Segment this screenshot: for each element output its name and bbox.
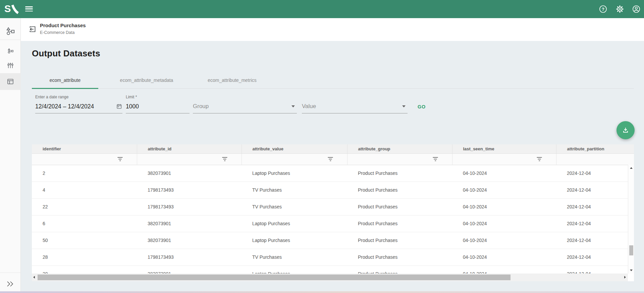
main-content: Output Datasets ecom_attribute ecom_attr…	[21, 41, 644, 293]
sidebar-item-datasets[interactable]	[0, 78, 21, 86]
window-bottom-edge	[0, 291, 644, 293]
filter-icon[interactable]	[222, 157, 227, 161]
column-header-attribute-partition[interactable]: attribute_partition	[556, 144, 634, 153]
scroll-up-arrow-icon[interactable]	[630, 167, 633, 169]
table-body: 2 382073901 Laptop Purchases Product Pur…	[32, 165, 634, 281]
vertical-scrollbar-thumb[interactable]	[629, 245, 633, 255]
menu-icon[interactable]	[25, 6, 33, 12]
breadcrumb-bar: Product Purchases E-Commerce Data	[21, 18, 644, 41]
group-select-placeholder: Group	[193, 103, 291, 110]
expand-sidebar-button[interactable]	[0, 277, 21, 291]
column-header-attribute-id[interactable]: attribute_id	[137, 144, 241, 153]
app-logo[interactable]: S	[4, 3, 19, 14]
tab-ecom-attribute[interactable]: ecom_attribute	[32, 72, 98, 89]
page-title: Output Datasets	[32, 48, 100, 59]
date-range-field[interactable]: Enter a date range	[35, 95, 122, 113]
calendar-icon[interactable]	[116, 103, 122, 110]
sliders-tune-icon	[6, 61, 14, 69]
group-select[interactable]: Group	[193, 95, 297, 113]
logo-slash-icon	[11, 4, 19, 14]
limit-label: Limit *	[126, 95, 190, 100]
column-header-attribute-group[interactable]: attribute_group	[347, 144, 452, 153]
double-chevron-right-icon	[6, 281, 15, 287]
help-icon[interactable]: ?	[599, 5, 607, 13]
table-filter-row	[32, 153, 634, 165]
limit-input[interactable]	[126, 103, 190, 110]
go-button[interactable]: GO	[415, 102, 428, 111]
table-row[interactable]: 2 382073901 Laptop Purchases Product Pur…	[32, 165, 634, 182]
filter-icon[interactable]	[537, 157, 542, 161]
table-header-row: identifier attribute_id attribute_value …	[32, 144, 634, 153]
breadcrumb-title[interactable]: Product Purchases	[40, 22, 86, 28]
svg-text:?: ?	[602, 7, 604, 12]
value-select[interactable]: Value	[302, 95, 408, 113]
tab-ecom-attribute-metadata[interactable]: ecom_attribute_metadata	[108, 72, 185, 89]
output-dataset-table: identifier attribute_id attribute_value …	[32, 144, 634, 281]
date-range-label: Enter a date range	[35, 95, 122, 100]
download-icon	[622, 126, 630, 134]
filter-icon[interactable]	[118, 157, 123, 161]
tab-ecom-attribute-metrics[interactable]: ecom_attribute_metrics	[196, 72, 268, 89]
settings-gear-icon[interactable]	[616, 5, 624, 13]
filter-icon[interactable]	[433, 157, 438, 161]
column-header-last-seen-time[interactable]: last_seen_time	[452, 144, 556, 153]
download-fab-button[interactable]	[616, 121, 635, 139]
sidebar-divider	[0, 40, 21, 40]
table-row[interactable]: 28 1798173493 TV Purchases Product Purch…	[32, 249, 634, 265]
app-window: S ?	[0, 0, 644, 293]
table-row[interactable]: 4 1798173493 TV Purchases Product Purcha…	[32, 182, 634, 198]
sidebar-item-workflows[interactable]	[0, 47, 21, 55]
limit-field[interactable]: Limit *	[126, 95, 190, 113]
account-icon[interactable]	[632, 5, 640, 13]
sidebar-item-parameters[interactable]	[0, 61, 21, 69]
chevron-down-icon[interactable]	[402, 105, 406, 107]
date-range-input[interactable]	[35, 103, 116, 110]
active-tab-indicator	[32, 88, 98, 89]
horizontal-scrollbar-thumb[interactable]	[38, 275, 511, 280]
sidebar-item-pipelines[interactable]	[0, 26, 21, 36]
left-sidebar	[0, 18, 21, 293]
workflow-flow-icon	[6, 47, 14, 55]
top-app-bar: S ?	[0, 0, 644, 18]
column-header-identifier[interactable]: identifier	[32, 144, 137, 153]
scroll-right-arrow-icon[interactable]	[624, 276, 626, 279]
table-grid-icon	[6, 78, 14, 86]
horizontal-scrollbar[interactable]	[32, 274, 628, 281]
scroll-left-arrow-icon[interactable]	[33, 276, 35, 279]
value-select-placeholder: Value	[302, 103, 402, 110]
table-row[interactable]: 50 382073901 Laptop Purchases Product Pu…	[32, 232, 634, 249]
dataset-tabs: ecom_attribute ecom_attribute_metadata e…	[32, 72, 634, 89]
back-button[interactable]	[29, 25, 37, 33]
column-header-attribute-value[interactable]: attribute_value	[241, 144, 347, 153]
logo-letter: S	[4, 3, 11, 14]
scroll-down-arrow-icon[interactable]	[630, 270, 633, 271]
chevron-down-icon[interactable]	[291, 105, 295, 107]
sidebar-divider	[0, 273, 21, 273]
vertical-scrollbar[interactable]	[628, 165, 634, 274]
table-row[interactable]: 6 382073901 Laptop Purchases Product Pur…	[32, 215, 634, 232]
table-row[interactable]: 22 1798173493 TV Purchases Product Purch…	[32, 198, 634, 215]
exit-back-icon	[29, 25, 37, 33]
filter-icon[interactable]	[328, 157, 333, 161]
breadcrumb-subtitle: E-Commerce Data	[40, 30, 75, 35]
pipeline-flow-icon	[5, 26, 15, 36]
